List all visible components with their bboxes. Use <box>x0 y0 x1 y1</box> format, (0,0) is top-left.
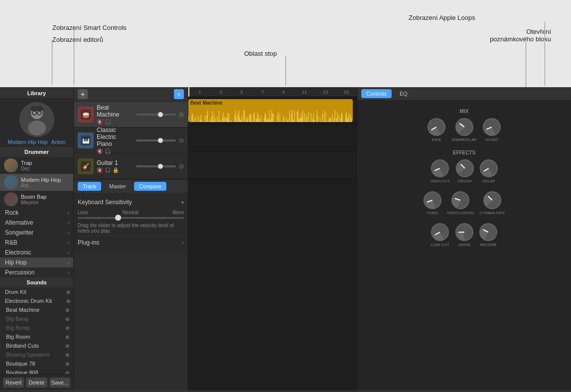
svg-rect-197 <box>334 118 334 122</box>
knob-high-cut[interactable] <box>428 156 452 180</box>
headphone-btn[interactable]: 🎧 <box>105 167 111 173</box>
plugins-chevron[interactable]: › <box>182 240 184 246</box>
track-fader[interactable] <box>136 114 176 116</box>
mute-btn[interactable]: 🔇 <box>97 167 103 173</box>
sound-category-drum-kit[interactable]: Drum Kit⊕ <box>0 287 73 296</box>
sound-add-btn[interactable]: ⊕ <box>65 352 69 358</box>
smart-controls-line <box>74 30 74 85</box>
sound-item-boutique-78[interactable]: Boutique 78⊕ <box>0 359 73 368</box>
knob-snare-clap[interactable] <box>451 115 477 140</box>
knob-toms[interactable] <box>421 189 444 212</box>
svg-rect-35 <box>201 115 201 122</box>
genre-item-rock[interactable]: Rock› <box>0 208 73 218</box>
track-row-beat-machine[interactable]: 🥁 Beat Machine 🔇 🎧 ⊙ <box>74 102 188 128</box>
revert-button[interactable]: Revert <box>3 378 24 388</box>
knob-percussion[interactable] <box>449 189 472 212</box>
knob-cymbals-fx[interactable] <box>479 188 505 213</box>
svg-rect-214 <box>348 117 348 122</box>
track-fader-thumb[interactable] <box>158 112 163 117</box>
knob-hi-hat[interactable] <box>480 115 503 138</box>
right-panel: Controls EQ MIX KICK SNARE/CLAP HI-HAT <box>357 87 571 391</box>
track-more-btn[interactable]: ⊙ <box>179 137 184 144</box>
rp-tab-controls[interactable]: Controls <box>361 89 392 98</box>
ruler-mark-11: 11 <box>294 90 315 95</box>
genre-item-r-b[interactable]: R&B› <box>0 238 73 248</box>
svg-rect-95 <box>250 115 251 122</box>
knob-group-percussion: PERCUSSION <box>447 191 474 215</box>
svg-rect-62 <box>223 112 223 122</box>
drummer-item-modern-hip-hop[interactable]: Modern Hip Hop Ant... <box>0 174 73 191</box>
genre-item-hip-hop[interactable]: Hip Hop› <box>0 258 73 267</box>
knob-delay[interactable] <box>476 156 501 181</box>
track-fader-thumb[interactable] <box>158 138 163 143</box>
svg-rect-142 <box>288 119 289 122</box>
genre-item-alternative[interactable]: Alternative› <box>0 218 73 228</box>
knob-group-snare-clap: SNARE/CLAP <box>451 118 477 142</box>
sound-add-btn[interactable]: ⊕ <box>65 334 69 340</box>
sound-add-btn[interactable]: ⊕ <box>65 343 69 349</box>
svg-rect-120 <box>271 119 271 122</box>
knob-crush[interactable] <box>452 156 477 181</box>
track-fader-thumb[interactable] <box>158 164 163 169</box>
knob-drive[interactable] <box>455 223 474 242</box>
track-icon: 🎸 <box>78 158 94 174</box>
sound-category-electronic-drum-kit[interactable]: Electronic Drum Kit⊕ <box>0 296 73 305</box>
notebook-annotation: Otevření poznámkového bloku <box>490 28 551 43</box>
track-fader[interactable] <box>136 139 176 141</box>
genre-item-electronic[interactable]: Electronic› <box>0 248 73 258</box>
sound-item-big-room[interactable]: Big Room⊕ <box>0 332 73 341</box>
sound-item-boutique-808[interactable]: Boutique 808⊕ <box>0 368 73 374</box>
drummer-item-boom-bap[interactable]: Boom Bap Maurice <box>0 191 73 208</box>
headphone-btn[interactable]: 🎧 <box>105 148 111 154</box>
sc-tab-compare[interactable]: Compare <box>134 182 166 191</box>
sound-item-big-bump[interactable]: Big Bump⊕ <box>0 323 73 332</box>
sc-tab-master[interactable]: Master <box>104 182 131 191</box>
svg-rect-76 <box>234 115 235 122</box>
track-options-button[interactable]: ≡ <box>174 89 184 99</box>
delete-button[interactable]: Delete <box>26 378 47 388</box>
sound-add-btn[interactable]: ⊕ <box>65 307 69 313</box>
svg-rect-186 <box>325 121 325 122</box>
sound-add-btn[interactable]: ⊕ <box>65 316 69 322</box>
save-button[interactable]: Save... <box>49 378 70 388</box>
svg-rect-117 <box>268 119 269 122</box>
svg-rect-177 <box>317 116 318 122</box>
sound-item-beat-machine[interactable]: Beat Machine⊕ <box>0 305 73 314</box>
mix-section-2: TOMS PERCUSSION CYMBALS/FX <box>361 187 567 219</box>
track-row-classic-electric-piano[interactable]: 🎹 Classic Electric Piano 🔇 🎧 ⊙ <box>74 128 188 153</box>
sound-item-big-bang[interactable]: Big Bang⊕ <box>0 314 73 323</box>
drummer-avatar <box>4 175 18 189</box>
track-more-btn[interactable]: ⊙ <box>179 111 184 118</box>
add-sound-btn[interactable]: ⊕ <box>66 298 70 304</box>
sound-add-btn[interactable]: ⊕ <box>65 361 69 367</box>
add-track-button[interactable]: + <box>78 89 88 99</box>
mute-btn[interactable]: 🔇 <box>97 148 103 154</box>
sc-tab-track[interactable]: Track <box>78 182 101 191</box>
svg-rect-169 <box>311 113 311 122</box>
ruler-mark-15: 15 <box>336 90 357 95</box>
track-row-guitar-1[interactable]: 🎸 Guitar 1 🔇 🎧 🔒 ⊙ <box>74 153 188 179</box>
sensitivity-thumb[interactable] <box>115 215 121 221</box>
sound-item-blowing-speakers[interactable]: Blowing Speakers⊕ <box>0 350 73 359</box>
sound-item-birdland-cuts[interactable]: Birdland Cuts⊕ <box>0 341 73 350</box>
genre-item-songwriter[interactable]: Songwriter› <box>0 228 73 238</box>
add-sound-btn[interactable]: ⊕ <box>66 289 70 295</box>
track-fader[interactable] <box>136 165 176 167</box>
knob-reverb[interactable] <box>476 220 500 244</box>
sound-add-btn[interactable]: ⊕ <box>65 370 69 375</box>
beat-machine-region[interactable]: Beat Machine <box>188 99 353 122</box>
keyboard-sensitivity-chevron[interactable]: ▾ <box>181 200 184 205</box>
genre-item-percussion[interactable]: Percussion› <box>0 267 73 277</box>
lock-btn[interactable]: 🔒 <box>113 167 119 173</box>
sound-add-btn[interactable]: ⊕ <box>65 325 69 331</box>
sensitivity-slider[interactable] <box>78 217 184 219</box>
chevron-icon: › <box>68 220 69 226</box>
tracks-header: + ≡ <box>74 87 188 102</box>
knob-kick[interactable] <box>425 115 449 139</box>
headphone-btn[interactable]: 🎧 <box>105 119 111 125</box>
rp-tab-eq[interactable]: EQ <box>395 89 413 98</box>
drummer-item-trap[interactable]: Trap Dez <box>0 157 73 174</box>
track-more-btn[interactable]: ⊙ <box>179 163 184 170</box>
mute-btn[interactable]: 🔇 <box>97 119 103 125</box>
knob-low-cut[interactable] <box>428 220 452 245</box>
